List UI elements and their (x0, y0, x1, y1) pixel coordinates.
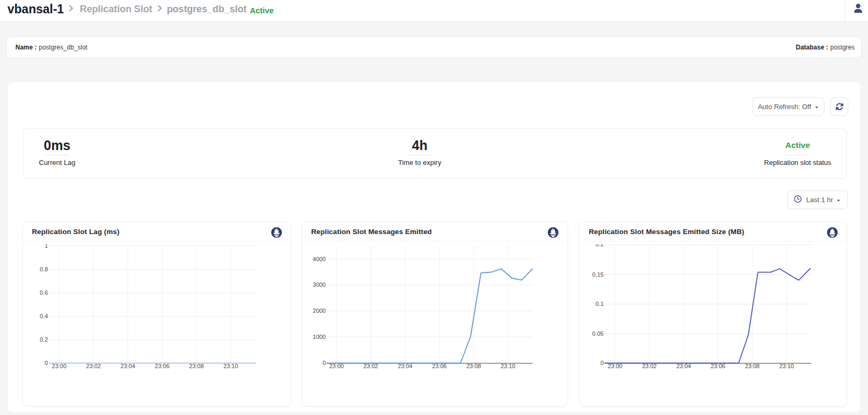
svg-text:23:00: 23:00 (608, 363, 623, 369)
svg-text:0: 0 (322, 360, 326, 366)
svg-text:23:04: 23:04 (121, 363, 136, 369)
svg-text:23:02: 23:02 (86, 363, 101, 369)
svg-text:23:04: 23:04 (398, 363, 413, 369)
svg-text:3000: 3000 (313, 281, 326, 288)
svg-text:23:04: 23:04 (677, 363, 691, 369)
svg-text:2000: 2000 (313, 308, 326, 314)
svg-text:23:00: 23:00 (329, 363, 344, 369)
svg-text:23:10: 23:10 (223, 363, 238, 369)
svg-text:23:06: 23:06 (711, 363, 725, 369)
svg-text:0.2: 0.2 (596, 244, 604, 247)
svg-text:23:00: 23:00 (52, 363, 67, 369)
svg-text:1: 1 (45, 244, 48, 249)
svg-text:4000: 4000 (313, 256, 326, 262)
svg-text:23:02: 23:02 (363, 363, 378, 369)
svg-text:0.1: 0.1 (596, 301, 604, 307)
svg-text:23:08: 23:08 (466, 363, 481, 369)
svg-text:23:06: 23:06 (432, 363, 447, 369)
svg-text:0.4: 0.4 (40, 313, 48, 319)
svg-text:0.8: 0.8 (40, 266, 48, 272)
svg-text:0.6: 0.6 (40, 289, 48, 296)
svg-text:1000: 1000 (313, 334, 326, 340)
svg-text:0.05: 0.05 (592, 330, 604, 337)
svg-text:23:10: 23:10 (500, 363, 515, 369)
svg-text:23:02: 23:02 (642, 363, 657, 369)
svg-text:0: 0 (600, 360, 604, 366)
svg-text:23:08: 23:08 (189, 363, 204, 369)
svg-text:0.2: 0.2 (40, 336, 48, 343)
svg-text:23:08: 23:08 (745, 363, 760, 369)
svg-text:23:10: 23:10 (779, 363, 794, 369)
svg-text:23:06: 23:06 (155, 363, 170, 369)
svg-text:0.15: 0.15 (592, 271, 604, 278)
svg-text:0: 0 (45, 360, 48, 366)
